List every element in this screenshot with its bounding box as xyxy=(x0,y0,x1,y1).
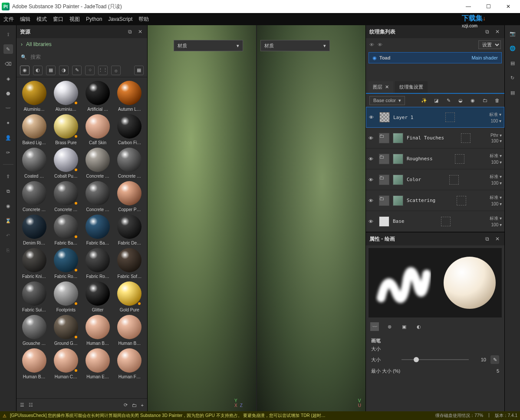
fill-tool-icon[interactable]: ⬣ xyxy=(3,89,13,98)
filter-smart-icon[interactable]: ◐ xyxy=(33,66,43,75)
asset-item[interactable]: Human F… xyxy=(115,348,145,379)
pressure-link-icon[interactable]: ✎ xyxy=(490,355,499,364)
add-fill-icon[interactable]: ◒ xyxy=(457,96,464,104)
eraser-tool-icon[interactable]: ⌫ xyxy=(3,59,13,69)
stencil-tab-icon[interactable]: ▣ xyxy=(400,322,408,331)
filter-texture-icon[interactable]: ▦ xyxy=(46,66,56,75)
clone-tool-icon[interactable]: ✦ xyxy=(3,118,13,128)
filter-particle-icon[interactable]: ⁘ xyxy=(85,66,95,75)
filter-env-icon[interactable]: ☼ xyxy=(111,66,121,75)
asset-item[interactable]: Human B… xyxy=(19,348,49,379)
layer-row[interactable]: 👁🗀Roughness标准 ▾100 ▾ xyxy=(366,149,504,169)
layer-row[interactable]: 👁Base标准 ▾100 ▾ xyxy=(366,211,504,232)
close-icon[interactable]: ✕ xyxy=(494,28,501,35)
channel-dropdown[interactable]: Base color▾ xyxy=(369,96,405,105)
popout-icon[interactable]: ⧉ xyxy=(484,28,490,35)
asset-item[interactable]: Concrete … xyxy=(19,181,49,212)
mask-slot[interactable] xyxy=(445,112,455,122)
eye-icon[interactable]: 👁 xyxy=(369,136,375,141)
eye-icon[interactable]: 👁 xyxy=(369,115,376,120)
mask-slot[interactable] xyxy=(441,217,451,226)
asset-item[interactable]: Glitter xyxy=(83,281,113,312)
filter-tool-icon[interactable]: ⋮⋮ xyxy=(98,66,108,75)
close-button[interactable]: ✕ xyxy=(498,0,518,13)
asset-item[interactable]: Human C… xyxy=(51,348,81,379)
export-icon[interactable]: ⇪ xyxy=(3,172,13,181)
asset-item[interactable]: Human B… xyxy=(83,315,113,346)
settings-dropdown[interactable]: 设置 xyxy=(478,40,501,49)
asset-item[interactable]: Artificial … xyxy=(83,81,113,112)
refresh-icon[interactable]: ⟳ xyxy=(124,402,128,408)
shelf2-icon[interactable]: ☷ xyxy=(29,402,33,408)
eye-icon[interactable]: 👁 xyxy=(369,219,375,224)
layer-opacity[interactable]: 100 ▾ xyxy=(491,222,502,227)
menu-帮助[interactable]: 帮助 xyxy=(138,16,149,23)
asset-item[interactable]: Gouache … xyxy=(19,315,49,346)
minimize-button[interactable]: — xyxy=(458,0,478,13)
brush-tool-icon[interactable]: ✎ xyxy=(3,44,13,54)
asset-item[interactable]: Fabric Ba… xyxy=(83,215,113,245)
add-folder-icon[interactable]: 🗀 xyxy=(481,96,489,104)
filter-material-icon[interactable]: ◉ xyxy=(20,66,30,75)
texture-set-item[interactable]: ◉ Toad Main shader xyxy=(369,52,502,63)
layer-opacity[interactable]: 100 ▾ xyxy=(491,202,502,206)
asset-item[interactable]: Carbon Fi… xyxy=(115,114,145,145)
asset-item[interactable]: Fabric Ro… xyxy=(51,248,81,279)
add-mask-icon[interactable]: ◪ xyxy=(432,96,440,104)
asset-item[interactable]: Fabric Sui… xyxy=(19,281,49,312)
mask-slot[interactable] xyxy=(457,196,466,205)
menu-模式[interactable]: 模式 xyxy=(36,16,47,23)
mask-slot[interactable] xyxy=(455,154,464,164)
brush-tab-icon[interactable]: 〰 xyxy=(370,322,379,331)
popout-icon[interactable]: ⧉ xyxy=(126,28,133,35)
menu-Python[interactable]: Python xyxy=(86,16,102,22)
asset-item[interactable]: Denim Ri… xyxy=(19,215,49,245)
eye-icon[interactable]: 👁 xyxy=(369,198,375,203)
asset-item[interactable]: Fabric Ro… xyxy=(83,248,113,279)
blend-mode[interactable]: 标准 ▾ xyxy=(490,153,502,159)
asset-item[interactable]: Coated … xyxy=(19,148,49,179)
smudge-tool-icon[interactable]: 〰 xyxy=(3,103,13,113)
blend-mode[interactable]: Pthr ▾ xyxy=(490,133,502,138)
material-tab-icon[interactable]: ◐ xyxy=(415,322,423,331)
open-folder-icon[interactable]: 🗀 xyxy=(132,403,137,408)
filter-brush-icon[interactable]: ✎ xyxy=(72,66,82,75)
asset-item[interactable]: Aluminiu… xyxy=(19,81,49,112)
asset-item[interactable]: Fabric Kni… xyxy=(19,248,49,279)
asset-item[interactable]: Concrete … xyxy=(51,181,81,212)
asset-item[interactable]: Brass Pure xyxy=(51,114,81,145)
hourglass-icon[interactable]: ⌛ xyxy=(3,216,13,225)
asset-item[interactable]: Ground G… xyxy=(51,315,81,346)
projection-tool-icon[interactable]: ◈ xyxy=(3,74,13,83)
shelf-icon[interactable]: ☰ xyxy=(20,402,24,408)
asset-item[interactable]: Autumn L… xyxy=(115,81,145,112)
menu-视图[interactable]: 视图 xyxy=(69,16,80,23)
alpha-tab-icon[interactable]: ⊗ xyxy=(385,322,394,331)
iray-icon[interactable]: ⧉ xyxy=(3,186,13,196)
link-icon[interactable]: ⎘ xyxy=(3,245,13,255)
asset-item[interactable]: Fabric Ba… xyxy=(51,215,81,245)
asset-item[interactable]: Concrete … xyxy=(83,148,113,179)
size-slider[interactable] xyxy=(402,359,469,360)
eye-icon[interactable]: 👁 xyxy=(369,156,375,162)
menu-文件[interactable]: 文件 xyxy=(3,16,14,23)
layer-row[interactable]: 👁🗀Color标准 ▾100 ▾ xyxy=(366,169,504,190)
undo-icon[interactable]: ↶ xyxy=(3,231,13,240)
asset-item[interactable]: Baked Lig… xyxy=(19,114,49,145)
layer-opacity[interactable]: 100 ▾ xyxy=(491,139,502,143)
close-panel-icon[interactable]: ✕ xyxy=(137,28,144,35)
delete-icon[interactable]: 🗑 xyxy=(493,96,501,104)
blend-mode[interactable]: 标准 ▾ xyxy=(490,215,502,222)
menu-窗口[interactable]: 窗口 xyxy=(53,16,63,23)
blend-mode[interactable]: 标准 ▾ xyxy=(490,174,502,180)
close-icon[interactable]: ✕ xyxy=(385,84,389,90)
breadcrumb[interactable]: › All libraries xyxy=(16,38,147,50)
mask-slot[interactable] xyxy=(449,175,459,185)
layer-opacity[interactable]: 100 ▾ xyxy=(491,160,502,165)
asset-item[interactable]: Gold Pure xyxy=(115,281,145,312)
blend-mode[interactable]: 标准 ▾ xyxy=(489,112,501,118)
viewport-3d[interactable]: 材质▾ Y X Z xyxy=(148,25,256,411)
history-icon[interactable]: ↻ xyxy=(508,73,517,83)
asset-item[interactable]: Concrete … xyxy=(115,148,145,179)
menu-编辑[interactable]: 编辑 xyxy=(20,16,30,23)
